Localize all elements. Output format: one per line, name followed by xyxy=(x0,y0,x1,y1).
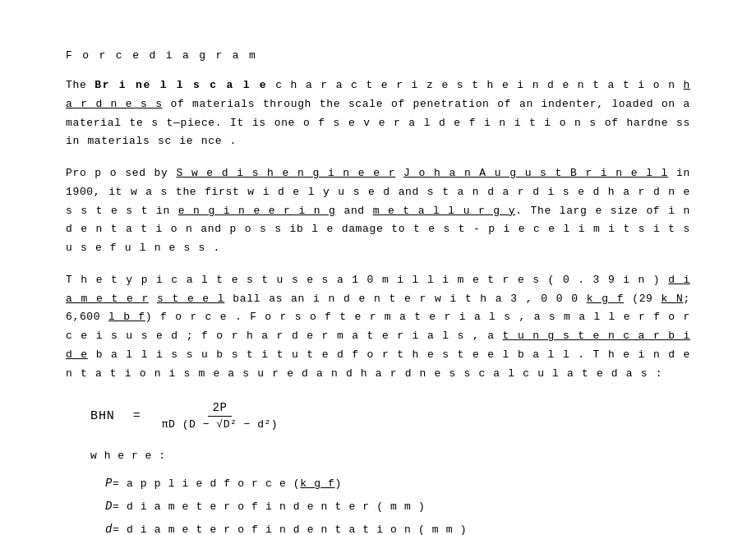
formula-fraction: 2P πD (D − √D² − d²) xyxy=(159,401,281,431)
formula-eq-sign: = xyxy=(133,409,141,423)
brinell-term: Br i ne l l s c a l e xyxy=(94,79,267,91)
section-title: F o r c e d i a g r a m xyxy=(66,49,690,62)
where-title: w h e r e : xyxy=(90,445,690,467)
para2-and: and xyxy=(336,205,373,217)
kn-link[interactable]: k N xyxy=(662,293,684,305)
where-item-d: D= d i a m e t e r o f i n d e n t e r (… xyxy=(105,495,690,518)
where-item-p: P= a p p l i e d f o r c e (k g f) xyxy=(105,472,690,495)
page: F o r c e d i a g r a m The Br i ne l l … xyxy=(0,0,756,535)
var-p-desc: = a p p l i e d f o r c e ( xyxy=(113,477,300,490)
paragraph-2: Pro p o sed by S w e d i s h e n g i n e… xyxy=(66,164,690,258)
para3-text6: b a l l i s s u b s t i t u t e d f o r … xyxy=(66,348,690,380)
formula-lhs: BHN xyxy=(90,409,115,423)
formula-denominator: πD (D − √D² − d²) xyxy=(159,417,281,431)
metallurgy-link[interactable]: m e t a l l u r g y xyxy=(373,205,515,217)
formula-block: BHN = 2P πD (D − √D² − d²) xyxy=(90,401,690,431)
para3-text1: T h e t y p i c a l t e s t u s e s a 1 … xyxy=(66,274,668,286)
paragraph-3: T h e t y p i c a l t e s t u s e s a 1 … xyxy=(66,271,690,384)
where-item-d2: d= d i a m e t e r o f i n d e n t a t i… xyxy=(105,518,690,535)
para2-text: Pro p o sed by xyxy=(66,167,176,179)
engineering-link[interactable]: e n g i n e e r i n g xyxy=(178,205,336,217)
where-block: w h e r e : P= a p p l i e d f o r c e (… xyxy=(90,445,690,535)
lbf-link[interactable]: l b f xyxy=(108,311,145,323)
kgf-link[interactable]: k g f xyxy=(587,293,624,305)
para3-sp1 xyxy=(149,293,157,305)
var-p-close: ) xyxy=(335,477,342,490)
formula-numerator: 2P xyxy=(208,401,233,417)
para3-text2: ball as an i n d e n t e r w i t h a 3 ,… xyxy=(224,293,586,305)
para3-text3: (29 xyxy=(624,293,661,305)
para2-text2 xyxy=(395,167,403,179)
swedish-engineer-link[interactable]: S w e d i s h e n g i n e e r xyxy=(176,167,395,179)
para1-text-before: The xyxy=(66,79,94,91)
var-d-desc: = d i a m e t e r o f i n d e n t e r ( … xyxy=(113,500,425,513)
paragraph-1: The Br i ne l l s c a l e c h a r a c t … xyxy=(66,76,690,151)
var-d: D xyxy=(105,500,113,513)
var-p: P xyxy=(105,477,113,490)
var-d2-desc: = d i a m e t e r o f i n d e n t a t i … xyxy=(113,523,467,535)
kgf-unit-link[interactable]: k g f xyxy=(300,477,334,490)
johan-link[interactable]: J o h a n A u g u s t B r i n e l l xyxy=(403,167,668,179)
steel-link[interactable]: s t e e l xyxy=(157,293,224,305)
var-d2: d xyxy=(105,523,113,535)
